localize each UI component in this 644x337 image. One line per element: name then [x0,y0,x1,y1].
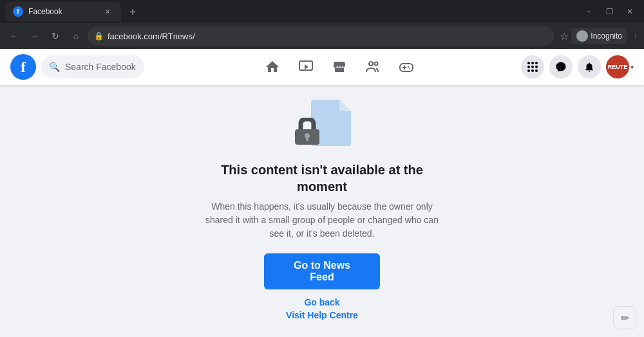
bookmark-button[interactable]: ☆ [560,30,569,42]
facebook-right-icons: REUTE ▾ [521,55,634,78]
profile-dropdown-arrow: ▾ [630,64,634,71]
error-container: This content isn't available at the mome… [200,100,444,323]
address-bar[interactable]: 🔒 facebook.com/RTnews/ [88,26,554,46]
facebook-search[interactable]: 🔍 Search Facebook [41,55,144,78]
apps-button[interactable] [521,55,544,78]
nav-gaming-button[interactable] [391,54,422,80]
maximize-button[interactable]: ❐ [600,3,618,21]
tab-close-button[interactable]: × [102,6,113,17]
incognito-icon [576,30,588,42]
svg-point-11 [527,66,530,68]
svg-point-3 [369,62,373,66]
error-description: When this happens, it's usually because … [200,200,444,241]
svg-point-4 [374,62,377,66]
svg-point-9 [531,62,534,64]
home-button[interactable]: ⌂ [67,27,85,45]
browser-frame: f Facebook × + − ❐ ✕ ← → ↻ ⌂ 🔒 facebook.… [0,0,644,337]
profile-avatar[interactable]: REUTE [606,55,629,78]
facebook-topnav: f 🔍 Search Facebook [0,49,644,85]
nav-friends-button[interactable] [357,54,388,80]
messenger-button[interactable] [549,55,573,78]
svg-point-16 [535,69,538,72]
facebook-content: This content isn't available at the mome… [0,85,644,337]
go-to-news-feed-button[interactable]: Go to News Feed [264,253,380,289]
svg-point-12 [531,66,534,68]
incognito-label: Incognito [591,32,622,41]
nav-marketplace-button[interactable] [324,54,355,80]
minimize-button[interactable]: − [580,3,598,21]
profile-initials: REUTE [608,64,628,70]
security-lock-icon: 🔒 [94,32,104,41]
close-button[interactable]: ✕ [621,3,639,21]
search-placeholder: Search Facebook [65,62,136,72]
active-tab[interactable]: f Facebook × [5,2,121,21]
omnibox-bar: ← → ↻ ⌂ 🔒 facebook.com/RTnews/ ☆ Incogni… [0,23,644,49]
search-icon: 🔍 [49,62,60,72]
edit-button[interactable]: ✏ [613,306,636,329]
tab-favicon: f [13,6,23,17]
notifications-button[interactable] [578,55,601,78]
forward-button[interactable]: → [26,27,44,45]
svg-rect-19 [306,138,308,141]
svg-point-0 [580,33,584,37]
svg-point-8 [527,62,530,64]
new-tab-button[interactable]: + [124,3,142,21]
svg-point-15 [531,69,534,72]
svg-marker-2 [305,64,308,69]
incognito-button[interactable]: Incognito [571,28,627,44]
title-bar: f Facebook × + − ❐ ✕ [0,0,644,23]
facebook-logo[interactable]: f [10,54,36,80]
error-title: This content isn't available at the mome… [200,161,444,195]
nav-home-button[interactable] [257,54,288,80]
window-controls: − ❐ ✕ [580,3,639,21]
reload-button[interactable]: ↻ [46,27,64,45]
error-illustration [293,100,351,151]
url-text: facebook.com/RTnews/ [108,32,548,41]
svg-point-13 [535,66,538,68]
back-button[interactable]: ← [5,27,23,45]
tab-bar: f Facebook × + [5,2,577,21]
svg-point-14 [527,69,530,72]
lock-shape [293,118,321,147]
profile-section[interactable]: REUTE ▾ [606,55,634,78]
tab-title: Facebook [28,7,97,16]
svg-point-6 [408,66,409,68]
svg-point-10 [535,62,538,64]
svg-point-7 [409,68,410,69]
scrollbar-indicator: ⋮ [632,33,639,40]
facebook-nav-icons [157,54,521,80]
edit-icon: ✏ [621,312,629,324]
nav-watch-button[interactable] [290,54,321,80]
svg-point-18 [305,133,310,138]
go-back-link[interactable]: Go back [304,297,339,307]
facebook-logo-letter: f [21,59,26,76]
visit-help-centre-link[interactable]: Visit Help Centre [286,310,358,320]
